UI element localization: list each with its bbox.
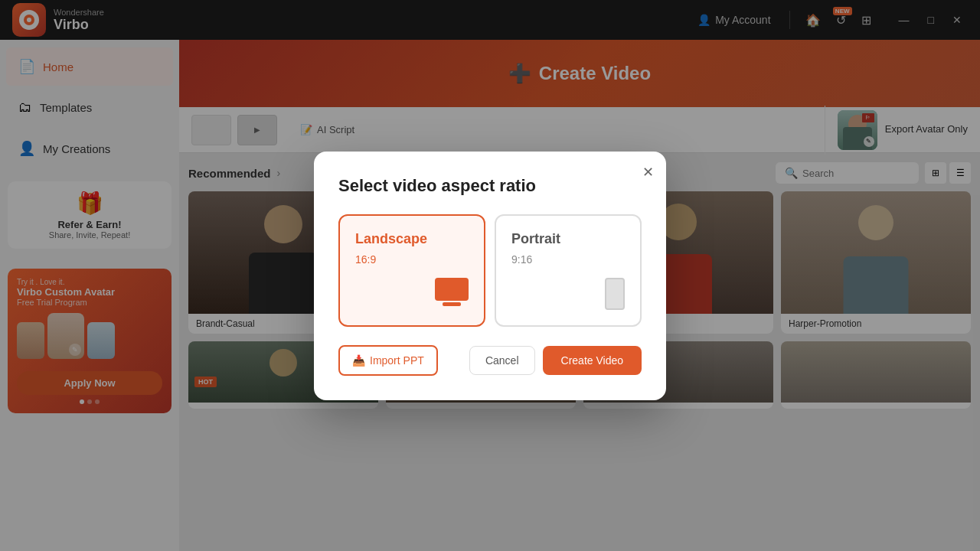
modal-title: Select video aspect ratio [338,176,642,196]
portrait-label: Portrait [511,231,625,247]
portrait-icon-wrap [511,278,625,310]
cancel-button[interactable]: Cancel [469,346,535,375]
portrait-sub: 9:16 [511,253,625,266]
import-ppt-icon: 📥 [352,354,365,367]
portrait-option[interactable]: Portrait 9:16 [495,214,642,327]
import-ppt-label: Import PPT [370,354,424,367]
portrait-icon [605,278,625,310]
modal-close-button[interactable]: ✕ [642,164,654,181]
import-ppt-button[interactable]: 📥 Import PPT [338,345,438,376]
modal-actions-right: Cancel Create Video [469,346,642,375]
create-video-button[interactable]: Create Video [543,346,642,375]
modal-actions: 📥 Import PPT Cancel Create Video [338,345,642,376]
modal-backdrop: ✕ Select video aspect ratio Landscape 16… [0,0,980,551]
aspect-ratio-modal: ✕ Select video aspect ratio Landscape 16… [314,152,666,400]
landscape-stand-icon [443,302,461,306]
landscape-label: Landscape [355,231,469,247]
landscape-sub: 16:9 [355,253,469,266]
landscape-option[interactable]: Landscape 16:9 [338,214,485,327]
landscape-icon [435,278,469,301]
ratio-options: Landscape 16:9 Portrait 9:16 [338,214,642,327]
landscape-icon-wrap [355,278,469,301]
